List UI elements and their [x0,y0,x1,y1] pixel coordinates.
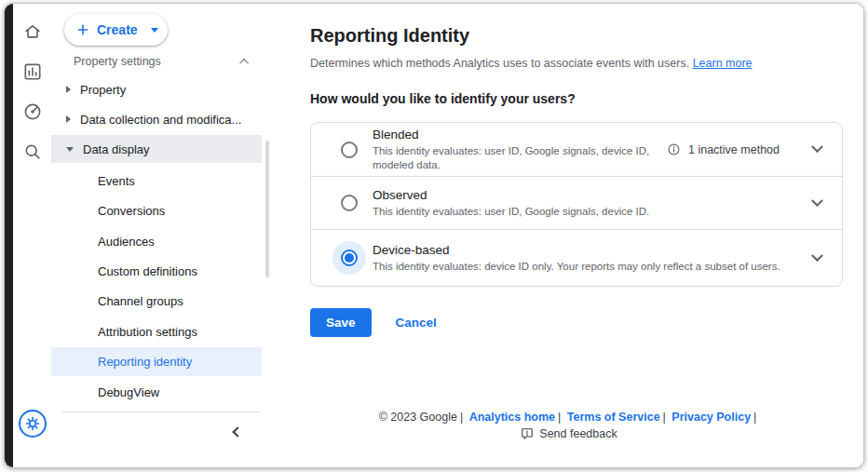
chevron-left-icon [232,426,242,437]
home-icon[interactable] [20,20,45,44]
save-button[interactable]: Save [310,308,372,337]
option-text: Observed This identity evaluates: user I… [373,188,649,219]
page-description: Determines which methods Analytics uses … [310,57,753,70]
footer-links-line: © 2023 Google| Analytics home| Terms of … [275,411,863,424]
sidebar-item-label: Attribution settings [98,325,197,339]
option-description: This identity evaluates: user ID, Google… [373,205,649,219]
inactive-method-label: 1 inactive method [688,143,780,156]
advertising-icon[interactable] [20,100,45,124]
sidebar-item-label: Custom definitions [98,264,197,278]
chevron-down-icon[interactable] [811,249,823,262]
option-row-blended[interactable]: Blended This identity evaluates: user ID… [311,123,842,177]
collapse-arrow-icon [66,147,74,152]
app-window: Create Property settings Property Data c… [4,3,864,468]
settings-sidebar: Create Property settings Property Data c… [51,4,275,467]
chevron-down-icon [151,28,158,33]
option-row-observed[interactable]: Observed This identity evaluates: user I… [311,177,842,230]
option-right: 1 inactive method [667,142,821,156]
sidebar-item-events[interactable]: Events [51,167,262,196]
send-feedback-link[interactable]: Send feedback [521,427,617,440]
sidebar-item-attribution-settings[interactable]: Attribution settings [51,317,262,346]
question-heading: How would you like to identify your user… [310,91,576,106]
sidebar-item-label: Events [98,174,135,188]
admin-gear-icon[interactable] [19,410,47,438]
option-text: Blended This identity evaluates: user ID… [373,128,652,172]
radio-device-based[interactable] [341,249,358,266]
sidebar-item-label: Conversions [98,204,165,218]
sidebar-item-label: Reporting identity [98,355,192,369]
privacy-policy-link[interactable]: Privacy Policy [671,411,751,424]
chevron-down-icon[interactable] [811,141,823,153]
sidebar-scrollbar[interactable] [265,141,269,277]
nav-rail [13,4,51,467]
option-right [813,199,821,208]
create-button[interactable]: Create [64,14,168,46]
sidebar-item-label: Audiences [98,235,155,249]
property-settings-header[interactable]: Property settings [51,50,262,73]
expand-arrow-icon [66,115,71,123]
radio-blended[interactable] [341,142,358,158]
info-icon[interactable] [667,142,681,156]
form-actions: Save Cancel [310,308,437,337]
create-button-label: Create [97,22,138,37]
section-header-label: Property settings [74,55,242,68]
option-description: This identity evaluates: device ID only.… [373,260,780,274]
main-content: Reporting Identity Determines which meth… [275,4,863,467]
option-name: Blended [373,128,652,142]
send-feedback-label: Send feedback [539,427,617,440]
sidebar-item-audiences[interactable]: Audiences [51,227,262,256]
identity-options-card: Blended This identity evaluates: user ID… [310,122,843,287]
sidebar-divider [62,411,260,412]
separator: | [753,411,756,424]
sidebar-item-label: DebugView [98,385,159,399]
explore-icon[interactable] [20,140,45,164]
sidebar-item-label: Data display [83,142,150,156]
separator: | [558,411,561,424]
sidebar-item-property[interactable]: Property [51,75,262,103]
option-right [813,254,821,263]
sidebar-item-custom-definitions[interactable]: Custom definitions [51,257,262,286]
reports-icon[interactable] [20,60,45,84]
sidebar-item-label: Channel groups [98,294,183,308]
sidebar-item-channel-groups[interactable]: Channel groups [51,287,262,316]
collapse-sidebar-button[interactable] [226,421,249,443]
radio-observed[interactable] [341,195,358,211]
copyright-text: © 2023 Google [379,411,457,424]
sidebar-item-label: Property [80,83,126,97]
option-description: This identity evaluates: user ID, Google… [373,144,652,172]
sidebar-item-data-collection[interactable]: Data collection and modifica... [51,105,262,133]
chevron-down-icon[interactable] [811,195,823,207]
terms-of-service-link[interactable]: Terms of Service [567,411,660,424]
option-text: Device-based This identity evaluates: de… [373,243,780,274]
left-edge-strip [5,4,13,467]
plus-icon [75,22,90,37]
analytics-home-link[interactable]: Analytics home [469,411,555,424]
learn-more-link[interactable]: Learn more [693,57,753,70]
expand-arrow-icon [66,86,71,93]
sidebar-item-reporting-identity[interactable]: Reporting identity [51,347,262,376]
option-name: Observed [373,188,649,202]
option-row-device-based[interactable]: Device-based This identity evaluates: de… [311,230,842,286]
inactive-method-status: 1 inactive method [667,142,780,156]
separator: | [663,411,666,424]
sidebar-item-label: Data collection and modifica... [80,113,241,127]
separator: | [460,411,463,424]
cancel-button[interactable]: Cancel [396,316,437,330]
page-description-text: Determines which methods Analytics uses … [310,57,689,70]
feedback-icon [521,427,534,440]
sidebar-item-debugview[interactable]: DebugView [51,378,262,407]
option-name: Device-based [373,243,780,257]
sidebar-item-conversions[interactable]: Conversions [51,196,262,225]
page-title: Reporting Identity [310,25,469,47]
page-footer: © 2023 Google| Analytics home| Terms of … [275,411,863,443]
sidebar-item-data-display[interactable]: Data display [51,135,262,163]
